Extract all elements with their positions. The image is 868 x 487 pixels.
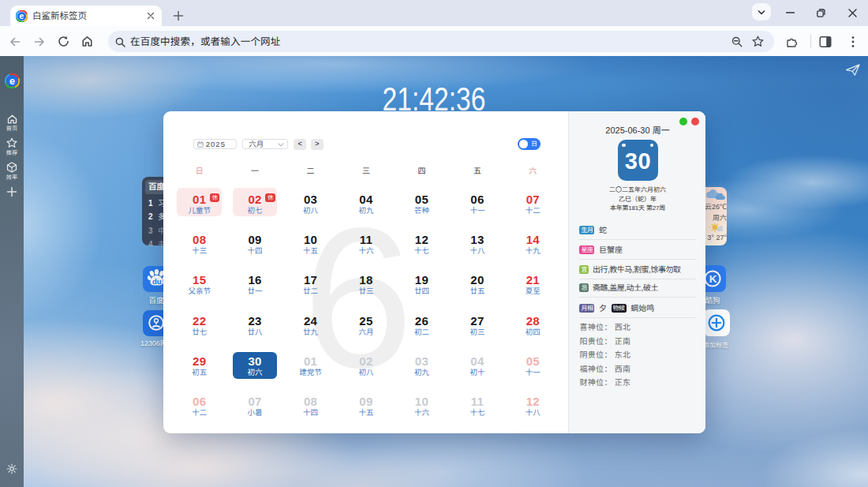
svg-text:e: e [9,76,15,87]
svg-text:du: du [152,276,162,285]
svg-text:e: e [20,11,24,21]
svg-text:K: K [709,273,717,285]
